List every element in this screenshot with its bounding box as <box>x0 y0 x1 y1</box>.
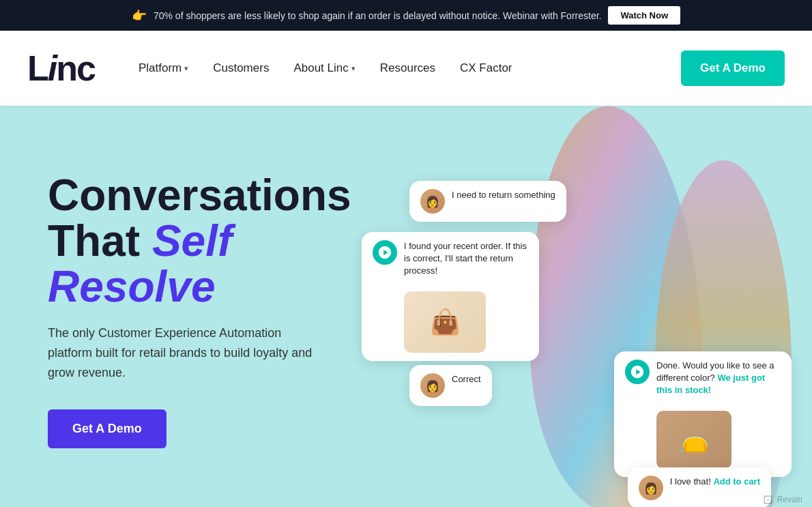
announcement-text: 70% of shoppers are less likely to shop … <box>154 10 602 21</box>
hero-heading: Conversations That Self Resolve <box>48 173 314 310</box>
watch-now-button[interactable]: Watch Now <box>608 6 680 25</box>
avatar-user-1: 👩 <box>420 189 445 214</box>
chat-bubble-4: Done. Would you like to see a different … <box>614 351 792 477</box>
nav-cx-factor[interactable]: CX Factor <box>450 56 522 81</box>
logo-text: Linc <box>27 50 95 86</box>
nav-resources[interactable]: Resources <box>371 56 445 81</box>
chat-bubble-3: 👩 Correct <box>409 365 492 406</box>
bubble-2-header: I found your recent order. If this is co… <box>373 240 528 278</box>
nav-about-linc[interactable]: About Linc ▾ <box>284 56 364 81</box>
chat-bubble-2: I found your recent order. If this is co… <box>362 232 539 361</box>
announcement-emoji: 👉 <box>132 8 147 23</box>
chevron-down-icon-2: ▾ <box>351 64 356 73</box>
hero-section: Conversations That Self Resolve The only… <box>0 106 812 507</box>
hero-heading-line1: Conversations <box>48 171 351 220</box>
bubble-4-text: Done. Would you like to see a different … <box>656 360 781 397</box>
main-nav: Platform ▾ Customers About Linc ▾ Resour… <box>129 56 681 81</box>
announcement-bar: 👉 70% of shoppers are less likely to sho… <box>0 0 812 31</box>
hero-heading-line2: That <box>48 216 140 265</box>
product-image-bag: 👜 <box>404 291 486 353</box>
chat-bubble-5: 👩 I love that! Add to cart <box>628 467 771 507</box>
get-demo-header-button[interactable]: Get A Demo <box>681 50 785 86</box>
avatar-bot-1 <box>373 240 397 265</box>
bag-icon: 👜 <box>430 308 461 336</box>
bubble-2-text: I found your recent order. If this is co… <box>404 240 528 278</box>
product-image-bag-brown: 👝 <box>656 411 731 469</box>
avatar-user-2: 👩 <box>420 373 445 398</box>
chat-demo: 👩 I need to return something I found you… <box>348 106 812 507</box>
hero-right: 👩 I need to return something I found you… <box>348 106 812 507</box>
nav-platform[interactable]: Platform ▾ <box>129 56 198 81</box>
nav-customers[interactable]: Customers <box>203 56 278 81</box>
bubble-1-text: I need to return something <box>452 189 555 201</box>
hero-heading-italic2: Resolve <box>48 262 215 311</box>
get-demo-hero-button[interactable]: Get A Demo <box>48 409 166 448</box>
logo[interactable]: Linc <box>27 50 95 86</box>
chevron-down-icon: ▾ <box>184 64 188 73</box>
hero-subtext: The only Customer Experience Automation … <box>48 323 314 382</box>
bubble-5-text: I love that! Add to cart <box>670 476 760 488</box>
bubble-4-header: Done. Would you like to see a different … <box>625 360 781 397</box>
revain-text: Revain <box>777 495 802 504</box>
hero-heading-italic: Self <box>152 216 232 265</box>
brown-bag-icon: 👝 <box>679 425 710 454</box>
avatar-bot-2 <box>625 360 650 384</box>
revain-watermark: ⊡ Revain <box>763 492 802 507</box>
add-to-cart-link[interactable]: Add to cart <box>713 476 760 487</box>
chat-bubble-1: 👩 I need to return something <box>409 181 566 222</box>
bubble-3-text: Correct <box>452 373 481 386</box>
revain-icon: ⊡ <box>763 492 773 507</box>
avatar-user-3: 👩 <box>639 476 663 500</box>
header: Linc Platform ▾ Customers About Linc ▾ R… <box>0 31 812 106</box>
hero-left: Conversations That Self Resolve The only… <box>0 132 355 490</box>
